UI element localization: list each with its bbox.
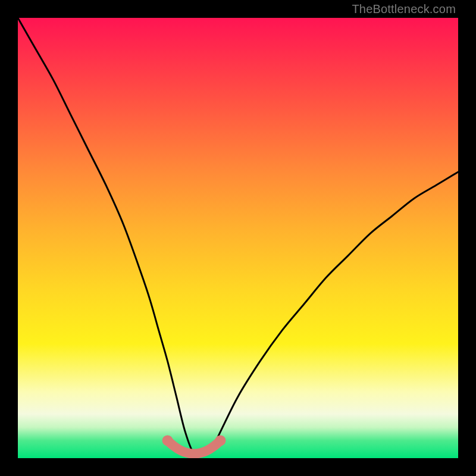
curve-path	[18, 18, 458, 456]
watermark-text: TheBottleneck.com	[352, 2, 456, 16]
flat-region-marker	[168, 440, 221, 453]
flat-region-dot	[215, 435, 226, 446]
flat-region-dot	[162, 435, 173, 446]
plot-area	[18, 18, 458, 458]
bottleneck-curve	[18, 18, 458, 458]
chart-frame: TheBottleneck.com	[0, 0, 476, 476]
